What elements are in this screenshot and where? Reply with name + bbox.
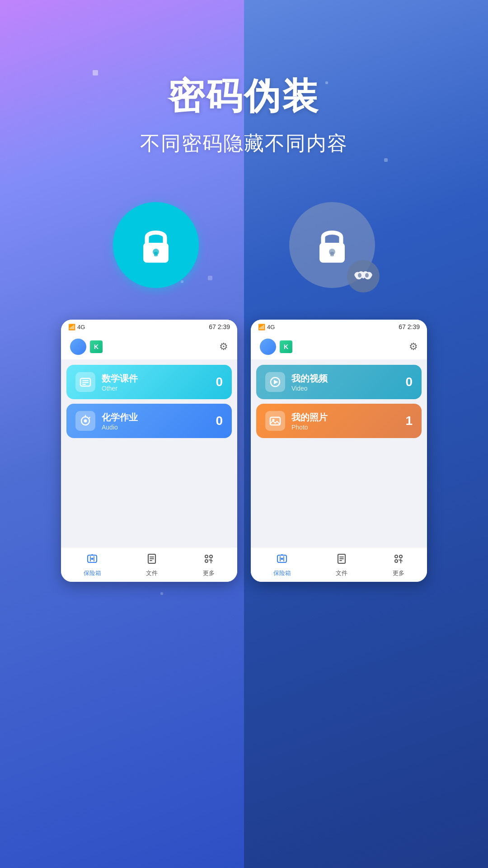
svg-point-25 xyxy=(205,560,208,562)
right-folder-1-info: 我的视频 Video xyxy=(291,373,399,392)
right-phone-header: K ⚙ xyxy=(251,334,427,359)
svg-rect-30 xyxy=(270,417,280,425)
right-nav-file-label: 文件 xyxy=(336,569,347,577)
svg-point-7 xyxy=(365,273,369,278)
statusbar-right-info: 67 2:39 xyxy=(209,323,230,330)
left-folder-2-count: 0 xyxy=(216,414,223,428)
svg-point-40 xyxy=(399,555,402,558)
right-more-icon xyxy=(393,553,404,567)
svg-point-13 xyxy=(84,420,87,423)
right-file-icon xyxy=(336,553,347,567)
right-statusbar-left: 📶 4G xyxy=(258,324,275,330)
right-k-badge: K xyxy=(280,340,292,353)
left-folder-1[interactable]: 数学课件 Other 0 xyxy=(66,365,232,399)
svg-rect-2 xyxy=(154,252,158,256)
mask-badge xyxy=(347,260,380,292)
left-folder-1-type: Other xyxy=(102,385,209,392)
left-folder-1-count: 0 xyxy=(216,375,223,389)
svg-point-41 xyxy=(395,560,398,562)
right-nav-more[interactable]: 更多 xyxy=(393,553,404,577)
left-settings-icon[interactable]: ⚙ xyxy=(219,341,228,353)
primary-lock-icon xyxy=(136,225,176,265)
main-title: 密码伪装 xyxy=(140,72,348,121)
svg-rect-34 xyxy=(281,554,283,556)
primary-lock-circle xyxy=(113,202,199,288)
file-icon xyxy=(146,553,158,567)
left-k-badge: K xyxy=(90,340,103,353)
left-avatar-group: K xyxy=(70,339,103,355)
svg-rect-18 xyxy=(91,554,93,556)
network-type: 4G xyxy=(77,324,85,330)
svg-point-17 xyxy=(91,558,94,560)
left-phone-statusbar: 📶 4G 67 2:39 xyxy=(61,320,237,334)
mask-icon xyxy=(353,269,373,283)
masked-lock-icon xyxy=(312,225,352,265)
right-battery-time: 67 2:39 xyxy=(399,323,420,330)
lock-icons-section xyxy=(0,202,488,288)
right-avatar-group: K xyxy=(260,339,292,355)
folder-2-icon xyxy=(75,411,95,431)
left-folder-1-name: 数学课件 xyxy=(102,373,209,385)
right-folder-2-icon xyxy=(265,411,285,431)
left-phone-header: K ⚙ xyxy=(61,334,237,359)
left-nav-file[interactable]: 文件 xyxy=(146,553,158,577)
right-folder-1-icon xyxy=(265,372,285,392)
vault-icon xyxy=(86,553,98,567)
statusbar-left-info: 📶 4G xyxy=(68,324,85,330)
right-signal-icon: 📶 xyxy=(258,324,265,330)
phones-section: 📶 4G 67 2:39 K ⚙ xyxy=(0,320,488,582)
right-folder-2[interactable]: 我的照片 Photo 1 xyxy=(256,404,422,438)
folder-1-icon xyxy=(75,372,95,392)
left-nav-more[interactable]: 更多 xyxy=(203,553,215,577)
battery-time-left: 67 2:39 xyxy=(209,323,230,330)
left-bottom-nav: 保险箱 文件 xyxy=(61,547,237,582)
right-folder-2-type: Photo xyxy=(291,424,399,431)
svg-point-39 xyxy=(395,555,398,558)
left-nav-vault[interactable]: 保险箱 xyxy=(84,553,101,577)
left-phone-mockup: 📶 4G 67 2:39 K ⚙ xyxy=(61,320,237,582)
right-vault-icon xyxy=(276,553,288,567)
right-folder-1-count: 0 xyxy=(405,375,413,389)
masked-lock-container xyxy=(289,202,375,288)
right-phone-statusbar: 📶 4G 67 2:39 xyxy=(251,320,427,334)
svg-line-15 xyxy=(89,417,90,418)
left-folder-2-info: 化学作业 Audio xyxy=(102,411,209,431)
left-phone-content: 数学课件 Other 0 xyxy=(61,359,237,547)
svg-point-24 xyxy=(210,555,212,558)
svg-rect-5 xyxy=(330,252,334,256)
right-nav-more-label: 更多 xyxy=(393,569,404,577)
right-bottom-nav: 保险箱 文件 xyxy=(251,547,427,582)
right-network-type: 4G xyxy=(267,324,275,330)
svg-point-6 xyxy=(358,273,361,278)
sub-title: 不同密码隐藏不同内容 xyxy=(140,130,348,157)
left-nav-vault-label: 保险箱 xyxy=(84,569,101,577)
right-folder-1[interactable]: 我的视频 Video 0 xyxy=(256,365,422,399)
right-settings-icon[interactable]: ⚙ xyxy=(409,341,418,353)
right-user-avatar xyxy=(260,339,276,355)
right-folder-2-count: 1 xyxy=(405,414,413,428)
right-nav-file[interactable]: 文件 xyxy=(336,553,347,577)
left-user-avatar xyxy=(70,339,86,355)
right-folder-1-type: Video xyxy=(291,385,399,392)
right-statusbar-right: 67 2:39 xyxy=(399,323,420,330)
title-section: 密码伪装 不同密码隐藏不同内容 xyxy=(140,72,348,157)
right-nav-vault-label: 保险箱 xyxy=(273,569,291,577)
left-nav-more-label: 更多 xyxy=(203,569,215,577)
left-nav-file-label: 文件 xyxy=(146,569,158,577)
left-folder-2-name: 化学作业 xyxy=(102,411,209,424)
left-folder-1-info: 数学课件 Other xyxy=(102,373,209,392)
svg-point-33 xyxy=(281,558,283,560)
left-folder-2-type: Audio xyxy=(102,424,209,431)
right-phone-mockup: 📶 4G 67 2:39 K ⚙ xyxy=(251,320,427,582)
signal-icon: 📶 xyxy=(68,324,75,330)
right-nav-vault[interactable]: 保险箱 xyxy=(273,553,291,577)
right-folder-1-name: 我的视频 xyxy=(291,373,399,385)
svg-marker-29 xyxy=(274,380,278,384)
right-folder-2-name: 我的照片 xyxy=(291,411,399,424)
left-folder-2[interactable]: 化学作业 Audio 0 xyxy=(66,404,232,438)
more-icon xyxy=(203,553,215,567)
right-phone-content: 我的视频 Video 0 我的照片 xyxy=(251,359,427,547)
right-folder-2-info: 我的照片 Photo xyxy=(291,411,399,431)
svg-point-23 xyxy=(205,555,208,558)
